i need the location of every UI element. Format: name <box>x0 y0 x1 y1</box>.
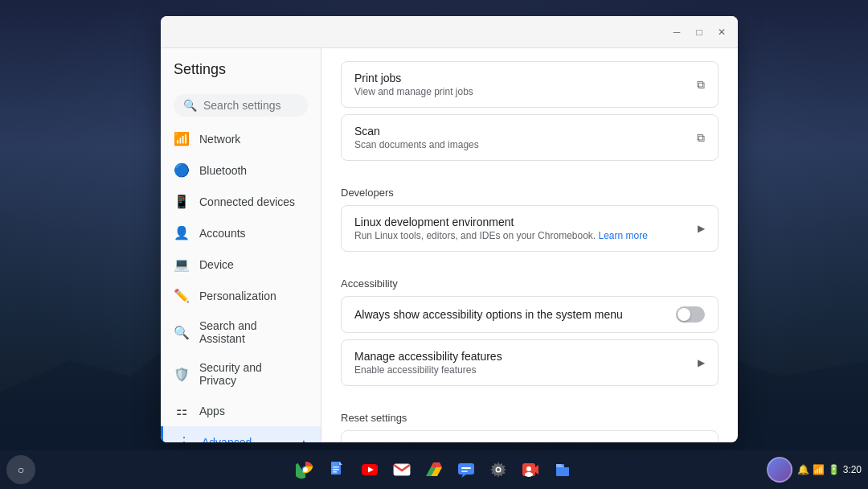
files-svg-icon <box>553 460 572 479</box>
svg-point-24 <box>525 472 533 477</box>
print-jobs-title: Print jobs <box>354 72 473 84</box>
window-body: Settings 🔍 📶 Network 🔵 Bluetooth 📱 Conne… <box>161 48 738 442</box>
launcher-button[interactable]: ○ <box>6 455 35 484</box>
chrome-svg-icon <box>296 460 315 479</box>
sidebar-item-device[interactable]: 💻 Device <box>161 249 314 280</box>
always-show-accessibility-row[interactable]: Always show accessibility options in the… <box>341 296 719 333</box>
sidebar-item-search-assistant[interactable]: 🔍 Search and Assistant <box>161 311 314 353</box>
accessibility-section: Accessibility Always show accessibility … <box>321 265 738 399</box>
linux-dev-text: Linux development environment Run Linux … <box>354 216 648 241</box>
edit-icon: ✏️ <box>174 288 190 303</box>
messages-taskbar-icon[interactable] <box>452 455 481 484</box>
advanced-icon: ⋮ <box>176 434 192 442</box>
taskbar: ○ <box>0 450 868 489</box>
accessibility-toggle[interactable] <box>676 306 705 323</box>
sidebar-item-accounts[interactable]: 👤 Accounts <box>161 217 314 249</box>
nav-label-search: Search and Assistant <box>199 319 301 345</box>
close-button[interactable]: ✕ <box>712 23 731 42</box>
external-link-icon: ⧉ <box>697 78 705 92</box>
scan-subtitle: Scan documents and images <box>354 139 479 150</box>
powerwash-title: Powerwash <box>354 441 650 442</box>
taskbar-right: 🔔 📶 🔋 3:20 <box>767 457 862 483</box>
scan-action: ⧉ <box>697 131 705 145</box>
taskbar-center <box>291 455 577 484</box>
gmail-taskbar-icon[interactable] <box>387 455 416 484</box>
window-titlebar: ─ □ ✕ <box>161 16 738 48</box>
drive-taskbar-icon[interactable] <box>420 455 448 484</box>
print-jobs-action: ⧉ <box>697 78 705 92</box>
svg-rect-4 <box>333 466 339 468</box>
developers-section-title: Developers <box>341 187 719 199</box>
search-input[interactable] <box>203 99 298 112</box>
meet-taskbar-icon[interactable] <box>516 455 545 484</box>
print-jobs-subtitle: View and manage print jobs <box>354 86 473 97</box>
person-icon: 👤 <box>174 225 190 240</box>
linux-dev-row[interactable]: Linux development environment Run Linux … <box>341 205 719 252</box>
print-jobs-row[interactable]: Print jobs View and manage print jobs ⧉ <box>341 61 719 108</box>
manage-accessibility-chevron-icon: ▶ <box>698 357 705 368</box>
maximize-button[interactable]: □ <box>690 23 709 42</box>
notification-icon: 🔔 <box>797 464 809 475</box>
minimize-button[interactable]: ─ <box>667 23 686 42</box>
svg-point-20 <box>497 468 500 471</box>
sidebar-item-connected-devices[interactable]: 📱 Connected devices <box>161 186 314 217</box>
nav-label-device: Device <box>199 258 234 271</box>
linux-dev-title: Linux development environment <box>354 216 648 228</box>
sidebar-item-advanced[interactable]: ⋮ Advanced ▲ <box>161 426 321 442</box>
svg-rect-16 <box>461 467 471 469</box>
settings-svg-icon <box>489 460 508 479</box>
sidebar-item-security-privacy[interactable]: 🛡️ Security and Privacy <box>161 353 314 395</box>
laptop-icon: 💻 <box>174 257 190 272</box>
sidebar-item-apps[interactable]: ⚏ Apps <box>161 395 314 426</box>
svg-rect-6 <box>333 471 337 473</box>
chrome-taskbar-icon[interactable] <box>291 455 320 484</box>
nav-label-bluetooth: Bluetooth <box>199 164 247 177</box>
search-input-wrap: 🔍 <box>174 94 308 117</box>
svg-rect-5 <box>333 469 339 471</box>
nav-label-advanced: Advanced <box>202 436 252 443</box>
linux-dev-action: ▶ <box>698 223 705 234</box>
grid-icon: ⚏ <box>174 403 190 418</box>
reset-section-title: Reset settings <box>341 412 719 424</box>
time-text: 3:20 <box>843 464 862 475</box>
scan-row[interactable]: Scan Scan documents and images ⧉ <box>341 114 719 161</box>
svg-rect-17 <box>461 471 468 472</box>
docs-svg-icon <box>328 460 347 479</box>
user-avatar[interactable] <box>767 457 792 483</box>
settings-taskbar-icon[interactable] <box>484 455 513 484</box>
print-jobs-text: Print jobs View and manage print jobs <box>354 72 473 97</box>
nav-label-personalization: Personalization <box>199 290 276 302</box>
svg-point-1 <box>303 467 308 472</box>
manage-accessibility-subtitle: Enable accessibility features <box>354 364 502 376</box>
manage-accessibility-title: Manage accessibility features <box>354 350 502 363</box>
linux-dev-subtitle: Run Linux tools, editors, and IDEs on yo… <box>354 230 648 241</box>
taskbar-status-area[interactable]: 🔔 📶 🔋 3:20 <box>797 464 862 475</box>
taskbar-left: ○ <box>6 455 35 484</box>
docs-taskbar-icon[interactable] <box>323 455 352 484</box>
bluetooth-icon: 🔵 <box>174 162 190 178</box>
sidebar-item-network[interactable]: 📶 Network <box>161 123 314 154</box>
print-scan-section: Print jobs View and manage print jobs ⧉ … <box>321 48 738 174</box>
files-taskbar-icon[interactable] <box>548 455 577 484</box>
youtube-taskbar-icon[interactable] <box>355 455 384 484</box>
scan-text: Scan Scan documents and images <box>354 125 479 150</box>
nav-label-network: Network <box>199 133 240 146</box>
always-show-accessibility-text: Always show accessibility options in the… <box>354 308 623 321</box>
manage-accessibility-action: ▶ <box>698 357 705 368</box>
settings-window: ─ □ ✕ Settings 🔍 📶 Network 🔵 Bluetooth <box>161 16 738 442</box>
svg-marker-22 <box>535 465 538 475</box>
scan-external-link-icon: ⧉ <box>697 131 705 145</box>
main-content: Print jobs View and manage print jobs ⧉ … <box>321 48 738 442</box>
linux-dev-chevron-icon: ▶ <box>698 223 705 234</box>
device-icon: 📱 <box>174 194 190 209</box>
linux-learn-more-link[interactable]: Learn more <box>599 230 648 241</box>
sidebar-item-personalization[interactable]: ✏️ Personalization <box>161 280 314 311</box>
svg-point-23 <box>526 466 531 471</box>
messages-svg-icon <box>457 460 476 479</box>
manage-accessibility-row[interactable]: Manage accessibility features Enable acc… <box>341 339 719 386</box>
clock-display: 3:20 <box>843 464 862 475</box>
accessibility-section-title: Accessibility <box>341 277 719 290</box>
gmail-svg-icon <box>392 460 411 479</box>
sidebar-item-bluetooth[interactable]: 🔵 Bluetooth <box>161 154 314 186</box>
nav-label-apps: Apps <box>199 405 225 417</box>
